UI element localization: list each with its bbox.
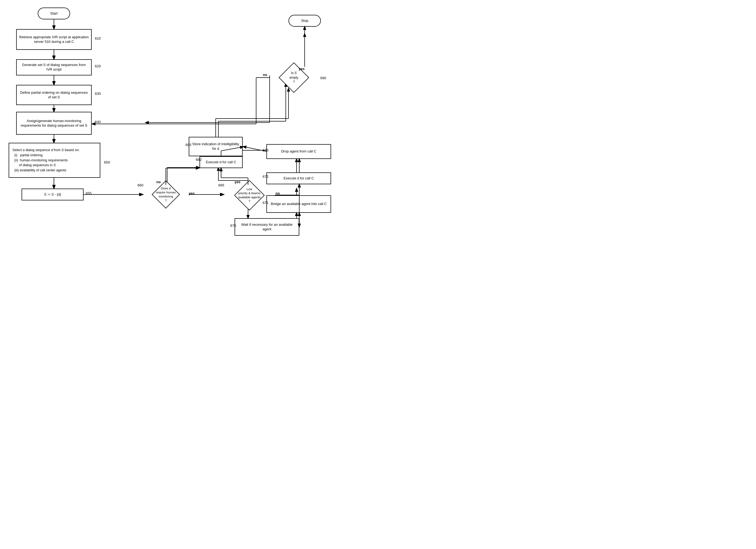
label-690-no: no [263, 73, 267, 77]
node-650: Select a dialog sequence d from S based … [9, 143, 100, 178]
label-665: Lowpriority & few/noavailable agents? [238, 188, 260, 203]
node-620: Generate set S of dialog sequences from … [16, 59, 92, 75]
node-680: Execute d for call C [200, 156, 243, 168]
node-630: Define partial ordering on dialog sequen… [16, 85, 92, 105]
node-610: Retrieve appropriate IVR script at appli… [16, 29, 92, 50]
label-620: Generate set S of dialog sequences from … [17, 62, 91, 73]
ref-630: 630 [95, 92, 101, 96]
label-660: Does drequire humanmonitoring? [156, 187, 176, 202]
ref-640: 640 [95, 120, 101, 124]
label-610: Retrieve appropriate IVR script at appli… [17, 34, 91, 45]
label-650-ii: (ii) human-monitoring requirements [12, 158, 68, 162]
label-640: Assign/generate human-monitoring require… [17, 118, 91, 129]
label-660-no: no [156, 180, 161, 184]
label-665-no: no [276, 191, 280, 195]
node-671: Bridge an available agent into call C [266, 195, 331, 213]
stop-node: Stop [288, 15, 321, 27]
label-650-iii: (iii) availability of call center agents [12, 168, 66, 172]
node-673: Drop agent from call C [266, 144, 331, 159]
ref-690: 690 [320, 76, 326, 80]
ref-665: 665 [218, 183, 224, 187]
ref-673: 673 [263, 148, 269, 152]
label-660-yes: yes [189, 191, 195, 195]
label-655: S := S - {d} [42, 191, 63, 198]
label-650-i: (i) partial ordering [12, 153, 43, 157]
label-685: Store indication of intelligibility for … [189, 141, 242, 152]
label-630: Define partial ordering on dialog sequen… [17, 89, 91, 101]
label-650-ii2: of dialog sequences in S [12, 163, 56, 167]
label-671: Bridge an available agent into call C [269, 201, 329, 208]
node-685: Store indication of intelligibility for … [189, 137, 243, 156]
label-690: Is Sempty? [290, 71, 298, 84]
flowchart: Start Stop Retrieve appropriate IVR scri… [0, 0, 378, 274]
ref-660: 660 [138, 183, 143, 187]
label-672: Execute d for call C [281, 175, 316, 182]
ref-610: 610 [95, 36, 101, 40]
label-670: Wait if necessary for an available agent [235, 222, 299, 233]
ref-620: 620 [95, 64, 101, 68]
ref-672: 672 [263, 175, 269, 179]
label-665-yes: yes [235, 180, 240, 184]
ref-650: 650 [104, 160, 110, 164]
start-label: Start [48, 10, 60, 17]
node-640: Assign/generate human-monitoring require… [16, 112, 92, 135]
ref-670: 670 [230, 224, 236, 228]
node-670: Wait if necessary for an available agent [235, 218, 299, 236]
node-655: S := S - {d} [22, 189, 84, 201]
node-672: Execute d for call C [266, 173, 331, 184]
ref-680: 680 [196, 158, 202, 162]
label-650-main: Select a dialog sequence d from S based … [12, 148, 80, 152]
label-690-yes: yes [299, 67, 305, 71]
ref-685: 685 [185, 143, 191, 147]
ref-655: 655 [86, 191, 92, 195]
start-node: Start [38, 8, 70, 19]
stop-label: Stop [299, 18, 311, 24]
label-673: Drop agent from call C [279, 148, 318, 155]
label-680: Execute d for call C [204, 159, 239, 166]
